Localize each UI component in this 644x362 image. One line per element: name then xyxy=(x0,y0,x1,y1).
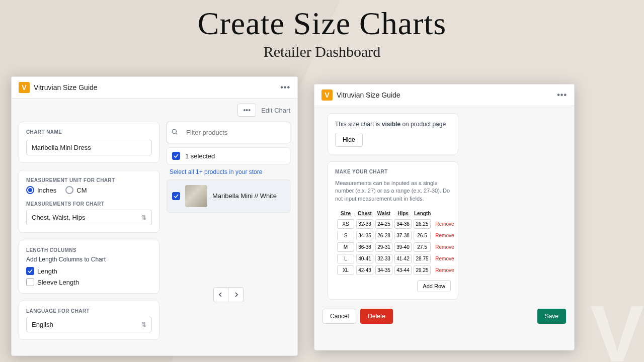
table-header: Chest xyxy=(356,210,373,217)
add-row-button[interactable]: Add Row xyxy=(417,280,451,292)
length-label: LENGTH COLUMNS xyxy=(26,247,152,253)
remove-row-link[interactable]: Remove xyxy=(433,233,454,238)
select-all-link[interactable]: Select all 1+ products in your store xyxy=(167,168,290,175)
product-name: Maribella Mini // White xyxy=(212,192,277,201)
measurements-select[interactable]: Chest, Waist, Hips ⇅ xyxy=(26,210,152,225)
brand-logo-icon: V xyxy=(321,89,333,101)
svg-point-0 xyxy=(172,129,176,133)
remove-row-link[interactable]: Remove xyxy=(433,256,454,261)
brand-logo-icon: V xyxy=(19,82,30,93)
length-help: Add Length Columns to Chart xyxy=(26,256,152,263)
pager-next-button[interactable] xyxy=(228,287,244,302)
cell-input[interactable]: 34-35 xyxy=(356,231,373,240)
table-header: Length xyxy=(414,210,431,217)
panel-chart-builder: V Vitruvian Size Guide ••• This size cha… xyxy=(314,84,575,350)
cell-input[interactable]: 26.5 xyxy=(414,231,431,240)
pager xyxy=(167,287,290,302)
cell-input[interactable]: 34-36 xyxy=(394,219,412,229)
cell-input[interactable]: 34-35 xyxy=(375,265,392,275)
select-caret-icon: ⇅ xyxy=(141,214,146,221)
more-actions-button[interactable]: ••• xyxy=(237,104,256,117)
table-row: L40-4132-3341-4228.75Remove xyxy=(337,254,454,263)
cell-input[interactable]: 32-33 xyxy=(356,219,373,229)
cell-input[interactable]: 41-42 xyxy=(394,254,412,263)
edit-chart-button[interactable]: Edit Chart xyxy=(261,104,290,117)
cell-input[interactable]: XL xyxy=(337,265,354,275)
cell-input[interactable]: S xyxy=(337,231,354,240)
card-language: LANGUAGE FOR CHART English ⇅ xyxy=(19,301,159,340)
language-value: English xyxy=(32,321,53,328)
svg-line-1 xyxy=(176,133,178,134)
cell-input[interactable]: 36-38 xyxy=(356,242,373,252)
cell-input[interactable]: 28.75 xyxy=(414,254,431,263)
language-select[interactable]: English ⇅ xyxy=(26,317,152,332)
table-row: S34-3526-2837-3826.5Remove xyxy=(337,231,454,240)
card-make-chart: MAKE YOUR CHART Measurements can be inpu… xyxy=(328,161,458,300)
panel-chart-settings: V Vitruvian Size Guide ••• ••• Edit Char… xyxy=(11,76,298,356)
radio-cm-label: CM xyxy=(76,187,87,194)
cell-input[interactable]: 24-25 xyxy=(375,219,392,229)
card-chart-name: CHART NAME xyxy=(19,122,159,163)
cell-input[interactable]: M xyxy=(337,242,354,252)
hero-subtitle: Retailer Dashboard xyxy=(0,43,644,60)
table-row: XL42-4334-3543-4429.25Remove xyxy=(337,265,454,275)
checkbox-length-label: Length xyxy=(37,267,57,275)
measurements-value: Chest, Waist, Hips xyxy=(32,214,85,221)
chart-name-input[interactable] xyxy=(26,140,152,155)
cell-input[interactable]: L xyxy=(337,254,354,263)
radio-inches[interactable]: Inches xyxy=(26,186,56,194)
pager-prev-button[interactable] xyxy=(213,287,228,302)
remove-row-link[interactable]: Remove xyxy=(433,244,454,250)
measurements-label: MEASUREMENTS FOR CHART xyxy=(26,201,152,207)
cell-input[interactable]: 27.5 xyxy=(414,242,431,252)
card-length-columns: LENGTH COLUMNS Add Length Columns to Cha… xyxy=(19,240,159,294)
cell-input[interactable]: 29.25 xyxy=(414,265,431,275)
remove-row-link[interactable]: Remove xyxy=(433,267,454,273)
save-button[interactable]: Save xyxy=(537,309,566,324)
remove-row-link[interactable]: Remove xyxy=(433,221,454,227)
cell-input[interactable]: 39-40 xyxy=(394,242,412,252)
product-checkbox[interactable] xyxy=(172,192,180,200)
table-header: Waist xyxy=(375,210,392,217)
brand-name: Vitruvian Size Guide xyxy=(34,83,98,92)
select-caret-icon: ⇅ xyxy=(141,321,146,328)
table-row: M36-3829-3139-4027.5Remove xyxy=(337,242,454,252)
more-menu-icon[interactable]: ••• xyxy=(280,83,290,92)
table-header: Hips xyxy=(394,210,412,217)
product-filter-input[interactable] xyxy=(181,125,286,140)
more-menu-icon[interactable]: ••• xyxy=(557,90,567,100)
cell-input[interactable]: XS xyxy=(337,219,354,229)
product-row[interactable]: Maribella Mini // White xyxy=(167,179,290,213)
size-chart-table: SizeChestWaistHipsLengthXS32-3324-2534-3… xyxy=(335,208,456,277)
card-visibility: This size chart is visible on product pa… xyxy=(328,113,458,154)
checkbox-length[interactable] xyxy=(26,267,34,275)
visibility-text: This size chart is visible on product pa… xyxy=(335,121,451,128)
checkbox-sleeve-length[interactable] xyxy=(26,278,34,286)
selected-count: 1 selected xyxy=(185,152,215,160)
cell-input[interactable]: 26-28 xyxy=(375,231,392,240)
radio-inches-label: Inches xyxy=(37,187,56,194)
radio-cm[interactable]: CM xyxy=(65,186,87,194)
table-header: Size xyxy=(337,210,354,217)
cell-input[interactable]: 29-31 xyxy=(375,242,392,252)
product-filter[interactable] xyxy=(167,122,290,143)
cell-input[interactable]: 40-41 xyxy=(356,254,373,263)
make-chart-label: MAKE YOUR CHART xyxy=(335,169,451,174)
checkbox-sleeve-label: Sleeve Length xyxy=(37,279,79,286)
brand-name: Vitruvian Size Guide xyxy=(337,91,400,99)
watermark-logo: V xyxy=(590,306,644,362)
hide-button[interactable]: Hide xyxy=(335,133,363,147)
delete-button[interactable]: Delete xyxy=(360,309,393,324)
language-label: LANGUAGE FOR CHART xyxy=(26,308,152,314)
cell-input[interactable]: 43-44 xyxy=(394,265,412,275)
select-all-checkbox[interactable] xyxy=(172,152,180,160)
card-measurements: MEASUREMENT UNIT FOR CHART Inches CM MEA… xyxy=(19,170,159,233)
cancel-button[interactable]: Cancel xyxy=(323,309,356,324)
chart-name-label: CHART NAME xyxy=(26,129,152,135)
cell-input[interactable]: 32-33 xyxy=(375,254,392,263)
cell-input[interactable]: 42-43 xyxy=(356,265,373,275)
search-icon xyxy=(171,128,178,137)
cell-input[interactable]: 37-38 xyxy=(394,231,412,240)
unit-label: MEASUREMENT UNIT FOR CHART xyxy=(26,177,152,183)
cell-input[interactable]: 26.25 xyxy=(414,219,431,229)
